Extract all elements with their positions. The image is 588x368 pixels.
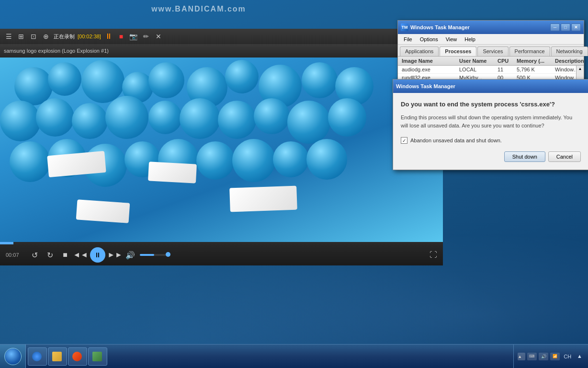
bandicam-watermark: www.BANDICAM.com [0,5,397,13]
wd-body: Do you want to end the system process 'c… [393,93,588,170]
tab-networking[interactable]: Networking [551,46,588,56]
bubble [328,98,366,137]
th-memory[interactable]: Memory (... [515,58,553,64]
taskbar-item-folder[interactable] [48,347,67,366]
bubble [287,101,330,144]
video-player: samsung logo explosion (Logo Explosion #… [0,44,443,265]
tm-menu-file[interactable]: File [400,35,416,43]
bubble [81,60,124,103]
tm-close-btn[interactable]: ✕ [571,23,581,31]
th-user-name[interactable]: User Name [457,58,496,64]
bubble [196,141,235,180]
bandicam-menu-btn[interactable]: ☰ [4,32,13,41]
tab-processes[interactable]: Processes [440,46,476,56]
wd-question: Do you want to end the system process 'c… [401,101,581,108]
tab-services[interactable]: Services [477,46,508,56]
white-block [148,161,197,183]
bubble [254,98,290,134]
wd-checkbox[interactable]: ✓ [401,137,407,144]
bubble [148,101,182,134]
rewind-btn[interactable]: ◄◄ [75,249,86,261]
video-title: samsung logo explosion (Logo Explosion #… [4,48,109,54]
table-row[interactable]: audiodg.exe LOCAL 11 5,796 K Windows ... [398,66,584,74]
th-scrollbar-spacer: ▲ [586,58,588,64]
cell-user: LOCAL [457,66,496,73]
bubble [180,98,220,139]
bubble [36,98,74,137]
bubble [302,62,338,98]
loop-btn[interactable]: ↺ [29,249,40,261]
wd-titlebar: Windows Task Manager [393,80,588,93]
bubble [218,101,256,139]
taskbar-tray: ▲ ⌨ 🔊 📶 CH ▲ [513,345,588,368]
th-cpu[interactable]: CPU [496,58,515,64]
stop-ctrl-btn[interactable]: ■ [59,249,71,261]
clock-time: ▲ [577,353,582,360]
cell-cpu: 11 [496,66,515,73]
tray-keyboard-icon[interactable]: ⌨ [527,353,537,360]
taskbar-item-media[interactable] [68,347,87,366]
time-display: 00:07 [6,252,25,258]
tab-applications[interactable]: Applications [400,46,439,56]
forward-btn[interactable]: ►► [109,249,121,261]
th-description[interactable]: Description [553,58,586,64]
tm-title-icon: TM [401,23,408,31]
bubble [105,96,148,139]
bubble [0,101,41,141]
volume-icon[interactable]: 🔊 [124,249,136,261]
folder-icon [52,352,62,361]
taskbar-item-ie[interactable] [28,347,47,366]
tray-expand-btn[interactable]: ▲ [518,353,525,360]
desktop: www.BANDICAM.com ☰ ⊞ ⊡ ⊕ 正在录制 [00:02:38]… [0,0,588,368]
video-progress-track[interactable] [0,242,443,244]
start-button[interactable] [0,345,26,368]
tm-table-header: Image Name User Name CPU Memory (... Des… [398,57,584,66]
wd-checkbox-row: ✓ Abandon unsaved data and shut down. [401,137,581,144]
volume-bar[interactable] [140,254,169,256]
bandicam-target-btn[interactable]: ⊕ [41,32,51,41]
tray-volume-icon[interactable]: 🔊 [539,353,548,360]
cancel-button[interactable]: Cancel [548,151,581,162]
video-controls-bar: 00:07 ↺ ↻ ■ ◄◄ ⏸ ►► 🔊 ⛶ [0,244,443,265]
ie-icon [32,352,42,361]
th-image-name[interactable]: Image Name [400,58,457,64]
white-block [229,186,297,212]
pause-btn[interactable]: ⏸ [104,32,113,41]
bubble [72,103,108,139]
tray-network-icon[interactable]: 📶 [550,353,560,360]
reload-btn[interactable]: ↻ [44,249,56,261]
scrollbar-up[interactable]: ▲ [578,67,582,71]
play-pause-btn[interactable]: ⏸ [90,247,105,263]
tm-menu-options[interactable]: Options [416,35,442,43]
wd-checkbox-label: Abandon unsaved data and shut down. [410,138,502,143]
tm-tabs: Applications Processes Services Performa… [398,45,584,57]
taskbar-items [26,345,513,368]
stop-btn[interactable]: ■ [116,32,126,41]
bandicam-grid-btn[interactable]: ⊞ [16,32,26,41]
tm-maximize-btn[interactable]: □ [561,23,570,31]
recording-label: 正在录制 [54,33,75,40]
tm-minimize-btn[interactable]: ─ [550,23,560,31]
cell-mem: 5,796 K [515,66,553,73]
bubble [225,60,259,93]
tm-menu-view[interactable]: View [442,35,461,43]
cell-name: audiodg.exe [400,66,457,73]
media-player-icon [72,352,82,361]
fullscreen-btn[interactable]: ⛶ [430,251,437,259]
taskbar-item-network[interactable] [88,347,107,366]
tray-language: CH [562,354,573,359]
tray-clock: ▲ [575,353,584,360]
tm-menubar: File Options View Help [398,34,584,45]
video-progress-fill [0,242,13,244]
video-title-bar: samsung logo explosion (Logo Explosion #… [0,44,443,58]
volume-handle[interactable] [166,252,170,257]
bandicam-frame-btn[interactable]: ⊡ [29,32,38,41]
edit-btn[interactable]: ✏ [141,32,151,41]
checkmark-icon: ✓ [402,138,406,143]
screenshot-btn[interactable]: 📷 [129,32,138,41]
shutdown-button[interactable]: Shut down [504,151,545,162]
tab-performance[interactable]: Performance [509,46,550,56]
tm-menu-help[interactable]: Help [461,35,479,43]
bubble [48,62,81,96]
close-btn[interactable]: ✕ [154,32,163,41]
